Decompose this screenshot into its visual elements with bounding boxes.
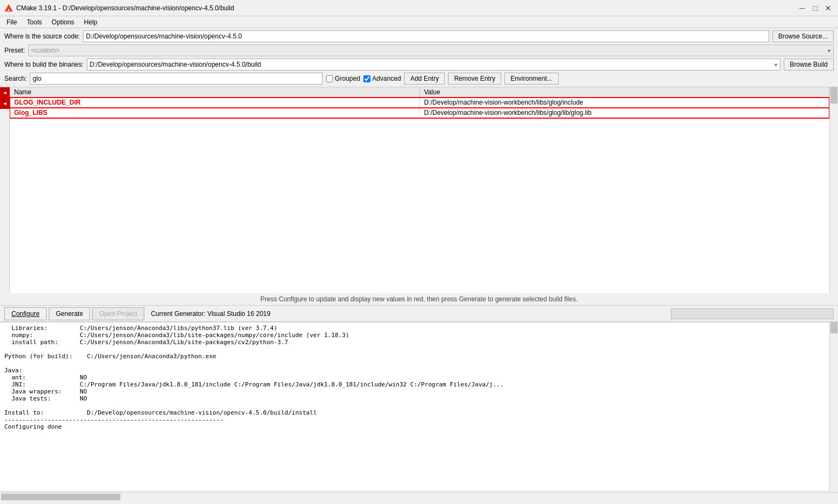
- browse-build-button[interactable]: Browse Build: [784, 59, 834, 70]
- table-header-row: Name Value: [10, 87, 829, 98]
- table-row[interactable]: Glog_LIBSD:/Develop/machine-vision-workb…: [10, 108, 829, 118]
- advanced-checkbox[interactable]: [363, 75, 370, 82]
- build-row: Where to build the binaries: D:/Develop/…: [4, 59, 834, 70]
- source-label: Where is the source code:: [4, 33, 80, 40]
- preset-label: Preset:: [4, 47, 25, 54]
- preset-row: Preset: <custom>: [4, 44, 834, 56]
- menu-file[interactable]: File: [2, 17, 21, 27]
- environment-button[interactable]: Environment...: [504, 73, 558, 85]
- svg-text:▲: ▲: [7, 8, 11, 11]
- h-scrollbar[interactable]: [0, 492, 838, 501]
- marker-1: ◄: [0, 87, 10, 98]
- close-button[interactable]: ✕: [823, 3, 834, 14]
- table-container: Name Value GLOG_INCLUDE_DIRD:/Develop/ma…: [10, 87, 838, 293]
- scrollbar-thumb[interactable]: [830, 87, 837, 104]
- title-bar: ▲ CMake 3.19.1 - D:/Develop/opensources/…: [0, 0, 838, 16]
- menu-help[interactable]: Help: [80, 17, 102, 27]
- source-row: Where is the source code: Browse Source.…: [4, 30, 834, 42]
- build-select[interactable]: D:/Develop/opensources/machine-vision/op…: [87, 59, 781, 70]
- table-scrollbar[interactable]: [829, 87, 838, 293]
- generator-text: Current Generator: Visual Studio 16 2019: [146, 310, 275, 318]
- data-table: Name Value GLOG_INCLUDE_DIRD:/Develop/ma…: [10, 87, 829, 293]
- table-row[interactable]: GLOG_INCLUDE_DIRD:/Develop/machine-visio…: [10, 98, 829, 108]
- cell-name: Glog_LIBS: [10, 108, 419, 118]
- action-bar: Configure Generate Open Project Current …: [0, 306, 838, 322]
- grouped-checkbox[interactable]: [326, 75, 333, 82]
- cell-name: GLOG_INCLUDE_DIR: [10, 98, 419, 108]
- log-area[interactable]: Libraries: C:/Users/jenson/Anaconda3/lib…: [0, 322, 829, 490]
- col-name: Name: [10, 87, 419, 98]
- search-input[interactable]: [30, 73, 323, 85]
- menu-tools[interactable]: Tools: [22, 17, 46, 27]
- marker-2: ◄: [0, 98, 10, 109]
- progress-box: [671, 308, 834, 319]
- window-title: CMake 3.19.1 - D:/Develop/opensources/ma…: [16, 4, 234, 12]
- side-markers: ◄ ◄: [0, 87, 10, 293]
- remove-entry-button[interactable]: Remove Entry: [448, 73, 501, 85]
- window-controls: ─ □ ✕: [797, 3, 834, 14]
- build-label: Where to build the binaries:: [4, 61, 84, 68]
- cell-value: D:/Develop/machine-vision-workbench/libs…: [419, 108, 829, 118]
- add-entry-button[interactable]: Add Entry: [404, 73, 445, 85]
- source-input[interactable]: [83, 30, 769, 42]
- col-value: Value: [419, 87, 829, 98]
- maximize-button[interactable]: □: [810, 3, 821, 14]
- app-icon: ▲: [4, 4, 13, 12]
- toolbar: Where is the source code: Browse Source.…: [0, 28, 838, 87]
- search-label: Search:: [4, 75, 27, 82]
- cell-value: D:/Develop/machine-vision-workbench/libs…: [419, 98, 829, 108]
- grouped-label[interactable]: Grouped: [326, 75, 360, 82]
- menu-bar: File Tools Options Help: [0, 16, 838, 28]
- search-row: Search: Grouped Advanced Add Entry Remov…: [4, 73, 834, 85]
- config-table: Name Value GLOG_INCLUDE_DIRD:/Develop/ma…: [10, 87, 829, 118]
- browse-source-button[interactable]: Browse Source...: [772, 30, 834, 42]
- status-area: Press Configure to update and display ne…: [0, 293, 838, 306]
- log-scrollbar-v[interactable]: [829, 322, 838, 492]
- menu-options[interactable]: Options: [47, 17, 78, 27]
- minimize-button[interactable]: ─: [797, 3, 808, 14]
- open-project-button[interactable]: Open Project: [92, 307, 144, 320]
- log-content: Libraries: C:/Users/jenson/Anaconda3/lib…: [4, 325, 825, 430]
- generate-button[interactable]: Generate: [49, 307, 90, 320]
- h-scrollbar-thumb[interactable]: [1, 494, 120, 500]
- progress-area: [277, 308, 834, 319]
- log-scrollbar-thumb-v[interactable]: [830, 322, 837, 333]
- preset-select[interactable]: <custom>: [28, 44, 834, 56]
- status-message: Press Configure to update and display ne…: [260, 295, 578, 303]
- log-section: Libraries: C:/Users/jenson/Anaconda3/lib…: [0, 322, 838, 492]
- advanced-label[interactable]: Advanced: [363, 75, 401, 82]
- configure-button[interactable]: Configure: [4, 307, 47, 320]
